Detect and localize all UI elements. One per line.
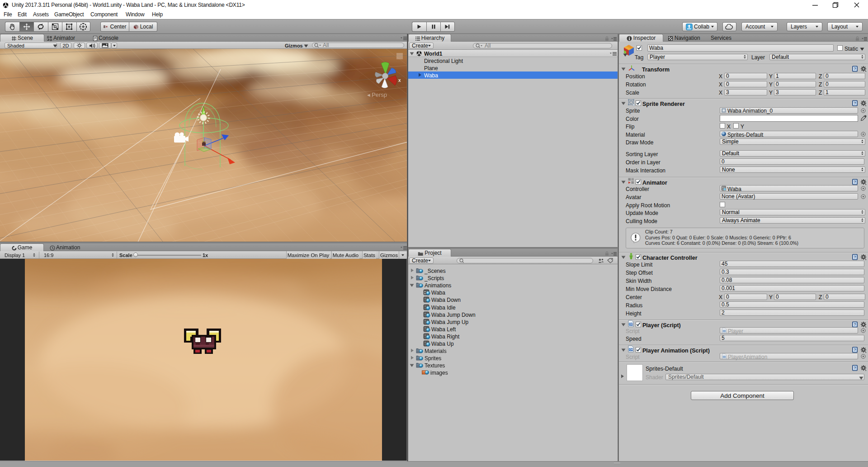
- svg-text:?: ?: [854, 255, 856, 259]
- svg-text:?: ?: [854, 322, 856, 327]
- svg-text:?: ?: [854, 348, 856, 352]
- svg-text:C#: C#: [629, 323, 632, 325]
- svg-text:?: ?: [854, 366, 856, 370]
- svg-text:x: x: [398, 78, 401, 83]
- svg-text:C#: C#: [629, 348, 632, 351]
- svg-text:?: ?: [854, 180, 856, 184]
- svg-text:◂ Persp: ◂ Persp: [367, 91, 387, 98]
- svg-text:?: ?: [854, 101, 856, 105]
- svg-text:?: ?: [854, 67, 856, 71]
